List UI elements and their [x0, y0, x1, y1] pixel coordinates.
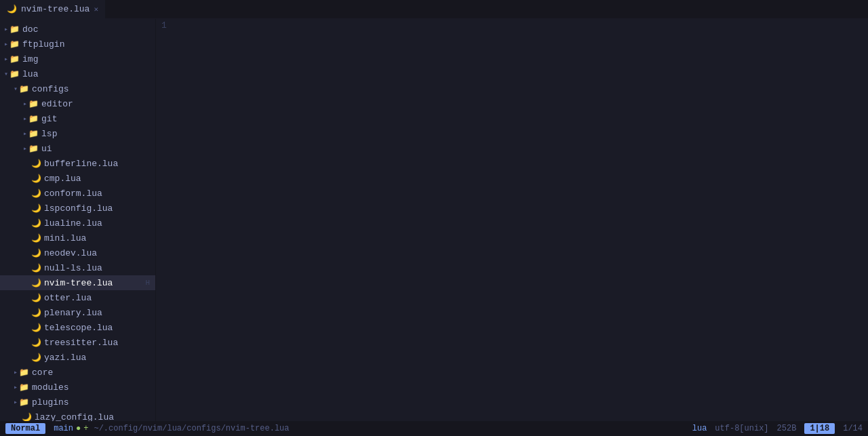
- sidebar-item-doc[interactable]: 📁doc: [0, 22, 155, 37]
- status-left: Normal main ● + ~/.config/nvim/lua/confi…: [5, 423, 289, 434]
- lua-file-icon: 🌙: [31, 353, 41, 363]
- sidebar-item-conform[interactable]: 🌙conform.lua: [0, 186, 155, 201]
- tree-item-label: modules: [32, 382, 69, 393]
- scroll-position: 1/14: [843, 424, 863, 433]
- line-number-1: 1: [161, 19, 167, 32]
- main-area: 📁doc📁ftplugin📁img📁lua📁configs📁editor📁git…: [0, 19, 868, 421]
- sidebar-item-lspconfig[interactable]: 🌙lspconfig.lua: [0, 201, 155, 216]
- cursor-row: 1: [810, 424, 814, 433]
- folder-icon: 📁: [28, 129, 39, 139]
- sidebar-item-cmp[interactable]: 🌙cmp.lua: [0, 171, 155, 186]
- tree-item-label: neodev.lua: [44, 248, 97, 258]
- sidebar-item-modules[interactable]: 📁modules: [0, 380, 155, 395]
- tree-item-label: mini.lua: [44, 233, 86, 243]
- code-area[interactable]: [175, 19, 868, 421]
- sidebar-item-lazy_config[interactable]: 🌙lazy_config.lua: [0, 410, 155, 421]
- encoding-indicator: utf-8[unix]: [715, 424, 768, 433]
- chevron-right-icon: [14, 383, 18, 391]
- tree-item-label: nvim-tree.lua: [44, 278, 113, 288]
- folder-icon: 📁: [28, 144, 39, 154]
- filetype-indicator: lua: [692, 424, 707, 433]
- tree-item-label: treesitter.lua: [44, 338, 118, 348]
- folder-icon: 📁: [9, 39, 20, 49]
- chevron-right-icon: [14, 368, 18, 376]
- tree-item-label: ui: [41, 144, 52, 154]
- folder-icon: 📁: [9, 69, 20, 79]
- chevron-down-icon: [14, 85, 18, 93]
- chevron-right-icon: [23, 115, 27, 123]
- sidebar-item-editor[interactable]: 📁editor: [0, 96, 155, 111]
- file-path: ~/.config/nvim/lua/configs/nvim-tree.lua: [94, 424, 289, 433]
- lua-file-icon: 🌙: [31, 248, 41, 258]
- sidebar-item-core[interactable]: 📁core: [0, 365, 155, 380]
- lua-file-icon: 🌙: [7, 4, 17, 14]
- sidebar-item-lsp[interactable]: 📁lsp: [0, 126, 155, 141]
- sidebar-item-telescope[interactable]: 🌙telescope.lua: [0, 320, 155, 335]
- sidebar-item-neodev[interactable]: 🌙neodev.lua: [0, 245, 155, 260]
- sidebar-item-ui[interactable]: 📁ui: [0, 141, 155, 156]
- sidebar-item-otter[interactable]: 🌙otter.lua: [0, 290, 155, 305]
- lua-file-icon: 🌙: [31, 203, 41, 214]
- lua-file-icon: 🌙: [31, 338, 41, 348]
- tree-item-label: otter.lua: [44, 293, 92, 303]
- sidebar-item-lualine[interactable]: 🌙lualine.lua: [0, 216, 155, 231]
- folder-icon: 📁: [19, 382, 29, 393]
- dot-indicator: ●: [76, 424, 81, 433]
- folder-icon: 📁: [19, 397, 29, 408]
- git-branch: main ● +: [51, 424, 88, 433]
- tree-item-label: img: [22, 54, 38, 64]
- sidebar-item-null-ls[interactable]: 🌙null-ls.lua: [0, 260, 155, 275]
- folder-icon: 📁: [28, 114, 39, 124]
- chevron-right-icon: [4, 25, 8, 33]
- folder-icon: 📁: [9, 54, 20, 64]
- lua-file-icon: 🌙: [31, 159, 41, 169]
- sidebar-item-lua[interactable]: 📁lua: [0, 66, 155, 81]
- sidebar-item-plenary[interactable]: 🌙plenary.lua: [0, 305, 155, 320]
- tab-filename: nvim-tree.lua: [21, 4, 90, 14]
- tree-item-label: lualine.lua: [44, 218, 102, 229]
- tree-item-label: yazi.lua: [44, 353, 86, 363]
- tree-item-label: telescope.lua: [44, 323, 113, 333]
- tree-item-label: core: [32, 368, 53, 378]
- chevron-right-icon: [4, 40, 8, 48]
- sidebar-item-yazi[interactable]: 🌙yazi.lua: [0, 350, 155, 365]
- tree-item-label: lsp: [41, 129, 57, 139]
- sidebar-item-git[interactable]: 📁git: [0, 111, 155, 126]
- lua-file-icon: 🌙: [22, 412, 32, 422]
- file-tree: 📁doc📁ftplugin📁img📁lua📁configs📁editor📁git…: [0, 19, 156, 421]
- lua-file-icon: 🌙: [31, 293, 41, 303]
- sidebar-item-bufferline[interactable]: 🌙bufferline.lua: [0, 156, 155, 171]
- status-bar: Normal main ● + ~/.config/nvim/lua/confi…: [0, 421, 868, 436]
- tree-item-label: doc: [22, 24, 38, 35]
- sidebar-item-treesitter[interactable]: 🌙treesitter.lua: [0, 335, 155, 350]
- tab-bar: 🌙 nvim-tree.lua ✕: [0, 0, 868, 19]
- tree-item-label: null-ls.lua: [44, 263, 102, 273]
- plus-indicator: +: [83, 424, 88, 433]
- folder-icon: 📁: [9, 24, 20, 35]
- editor-content: 1: [156, 19, 868, 421]
- folder-icon: 📁: [19, 368, 29, 378]
- lua-file-icon: 🌙: [31, 218, 41, 229]
- tree-item-label: plugins: [32, 397, 69, 408]
- chevron-down-icon: [4, 70, 8, 78]
- filesize-indicator: 252B: [777, 424, 797, 433]
- folder-icon: 📁: [19, 84, 29, 94]
- editor-pane: 1: [156, 19, 868, 421]
- tree-item-label: bufferline.lua: [44, 159, 118, 169]
- sidebar-item-ftplugin[interactable]: 📁ftplugin: [0, 37, 155, 52]
- tree-item-label: git: [41, 114, 57, 124]
- sidebar-item-mini[interactable]: 🌙mini.lua: [0, 231, 155, 245]
- h-marker: H: [145, 279, 150, 287]
- sidebar-item-img[interactable]: 📁img: [0, 52, 155, 66]
- chevron-right-icon: [14, 398, 18, 406]
- sidebar-item-configs[interactable]: 📁configs: [0, 81, 155, 96]
- chevron-right-icon: [23, 130, 27, 138]
- lua-file-icon: 🌙: [31, 308, 41, 318]
- sidebar-item-plugins[interactable]: 📁plugins: [0, 395, 155, 410]
- tab-close-button[interactable]: ✕: [94, 5, 98, 14]
- active-tab[interactable]: 🌙 nvim-tree.lua ✕: [0, 0, 106, 18]
- tree-item-label: configs: [32, 84, 69, 94]
- sidebar-item-nvim-tree[interactable]: 🌙nvim-tree.luaH: [0, 275, 155, 290]
- lua-file-icon: 🌙: [31, 189, 41, 199]
- tree-item-label: lua: [22, 69, 38, 79]
